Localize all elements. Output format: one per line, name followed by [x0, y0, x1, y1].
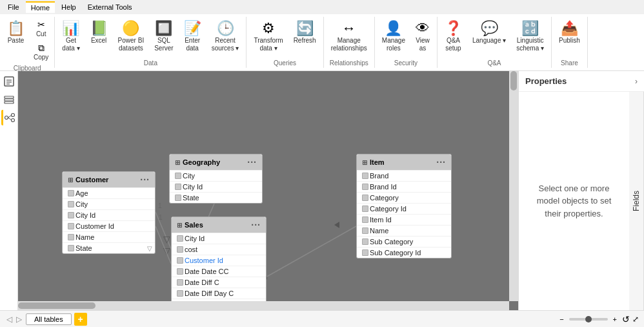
- sql-button[interactable]: 🔲 SQLServer: [150, 18, 177, 56]
- publish-icon: 📤: [561, 21, 578, 36]
- ribbon: 📋 Paste ✂ Cut ⧉ Copy Clipboard: [0, 14, 644, 71]
- table-row[interactable]: Customer Id: [63, 220, 155, 231]
- nav-left-icon[interactable]: ◁: [5, 315, 14, 324]
- zoom-plus-button[interactable]: +: [610, 315, 619, 323]
- svg-text:1: 1: [158, 202, 162, 209]
- publish-label: Publish: [559, 37, 580, 45]
- linguistic-label: Linguisticschema ▾: [516, 37, 544, 52]
- menu-home[interactable]: Home: [26, 1, 55, 13]
- menu-file[interactable]: File: [3, 2, 25, 12]
- manage-roles-button[interactable]: 👤 Manageroles: [377, 18, 410, 56]
- table-row[interactable]: Date Diff Day C: [172, 288, 266, 299]
- paste-button[interactable]: 📋 Paste: [3, 18, 29, 48]
- table-row[interactable]: cost: [172, 244, 266, 255]
- fields-tab[interactable]: Fields: [629, 92, 644, 310]
- sidebar-data-icon[interactable]: [1, 92, 17, 107]
- geography-table-header[interactable]: ⊞ Geography ···: [170, 154, 262, 170]
- view-as-button[interactable]: 👁 Viewas: [411, 18, 434, 56]
- all-tables-tab[interactable]: All tables: [26, 313, 72, 325]
- table-row[interactable]: Age: [63, 187, 155, 198]
- canvas-vertical-scrollbar[interactable]: [509, 71, 518, 301]
- geography-table: ⊞ Geography ··· City City Id State: [169, 154, 263, 204]
- excel-button[interactable]: 📗 Excel: [86, 18, 112, 48]
- table-row[interactable]: Brand: [357, 170, 451, 181]
- geography-more-button[interactable]: ···: [247, 157, 257, 167]
- relationships-buttons: ↔ Managerelationships: [327, 18, 372, 58]
- language-button[interactable]: 💬 Language ▾: [468, 18, 510, 48]
- add-table-button[interactable]: +: [74, 313, 87, 326]
- customer-table-header[interactable]: ⊞ Customer ···: [63, 172, 155, 187]
- power-bi-icon: 🟡: [122, 21, 139, 36]
- canvas-area[interactable]: 1 1 ▽ ▽ ⊞ Customer: [18, 71, 518, 310]
- canvas-horizontal-scrollbar[interactable]: [18, 301, 509, 310]
- cut-button[interactable]: ✂ Cut: [30, 18, 52, 40]
- nav-right-icon[interactable]: ▷: [15, 315, 23, 324]
- table-row[interactable]: City: [170, 170, 262, 181]
- menu-help[interactable]: Help: [56, 2, 81, 12]
- svg-point-8: [12, 114, 15, 117]
- table-row[interactable]: City Id: [63, 209, 155, 220]
- table-row[interactable]: State: [170, 192, 262, 203]
- language-label: Language ▾: [472, 37, 506, 45]
- properties-chevron-icon[interactable]: ›: [635, 77, 638, 86]
- refresh-button[interactable]: 🔄 Refresh: [289, 18, 321, 48]
- ribbon-group-qa: ❓ Q&Asetup 💬 Language ▾ 🔡 Linguisticsche…: [438, 17, 552, 68]
- svg-point-7: [5, 116, 8, 120]
- recent-sources-button[interactable]: 🕒 Recentsources ▾: [207, 18, 244, 56]
- share-label: Share: [561, 58, 578, 67]
- table-row[interactable]: City: [63, 198, 155, 209]
- table-row[interactable]: Name: [63, 231, 155, 242]
- ribbon-group-relationships: ↔ Managerelationships Relationships: [324, 17, 375, 68]
- sidebar-report-icon[interactable]: [1, 74, 17, 89]
- refresh-view-button[interactable]: ↺: [622, 314, 630, 324]
- vscroll-thumb[interactable]: [510, 71, 517, 90]
- power-bi-button[interactable]: 🟡 Power BIdatasets: [114, 18, 149, 56]
- qa-setup-button[interactable]: ❓ Q&Asetup: [440, 18, 467, 56]
- copy-label: Copy: [34, 54, 48, 61]
- item-table-title: Item: [370, 158, 385, 166]
- table-row[interactable]: Sub Category: [357, 236, 451, 247]
- table-row[interactable]: City Id: [172, 233, 266, 244]
- table-row[interactable]: Category: [357, 192, 451, 203]
- hscroll-thumb[interactable]: [18, 302, 96, 309]
- svg-text:1: 1: [159, 214, 163, 221]
- table-row[interactable]: Brand Id: [357, 181, 451, 192]
- table-row[interactable]: Name: [357, 225, 451, 236]
- get-data-button[interactable]: 📊 Getdata ▾: [57, 18, 84, 56]
- sql-label: SQLServer: [154, 37, 173, 52]
- sales-more-button[interactable]: ···: [251, 220, 261, 230]
- svg-line-18: [265, 226, 356, 278]
- table-row[interactable]: Category Id: [357, 203, 451, 214]
- customer-more-button[interactable]: ···: [140, 174, 150, 185]
- menu-external-tools[interactable]: External Tools: [83, 2, 137, 12]
- table-row[interactable]: State ▽: [63, 242, 155, 253]
- get-data-icon: 📊: [62, 21, 79, 36]
- publish-button[interactable]: 📤 Publish: [554, 18, 585, 48]
- zoom-slider[interactable]: [569, 318, 608, 321]
- refresh-icon: 🔄: [296, 21, 314, 36]
- sidebar-relationship-icon[interactable]: [1, 110, 17, 125]
- table-row[interactable]: Date Date CC: [172, 266, 266, 277]
- svg-rect-4: [5, 96, 14, 98]
- transform-button[interactable]: ⚙ Transformdata ▾: [249, 18, 287, 56]
- content-wrapper: 1 1 ▽ ▽ ⊞ Customer: [0, 71, 644, 310]
- expand-view-button[interactable]: ⤢: [632, 315, 639, 324]
- manage-relationships-button[interactable]: ↔ Managerelationships: [327, 18, 372, 56]
- zoom-minus-button[interactable]: −: [557, 315, 566, 323]
- security-buttons: 👤 Manageroles 👁 Viewas: [377, 18, 434, 58]
- table-row[interactable]: Sub Category Id: [357, 247, 451, 258]
- sales-table-header[interactable]: ⊞ Sales ···: [172, 217, 266, 233]
- cut-icon: ✂: [37, 20, 45, 29]
- item-more-button[interactable]: ···: [436, 157, 446, 167]
- table-row[interactable]: City Id: [170, 181, 262, 192]
- linguistic-button[interactable]: 🔡 Linguisticschema ▾: [512, 18, 548, 56]
- refresh-label: Refresh: [294, 37, 316, 45]
- table-row[interactable]: Customer Id: [172, 255, 266, 266]
- copy-button[interactable]: ⧉ Copy: [30, 41, 52, 63]
- zoom-thumb[interactable]: [585, 316, 592, 322]
- ribbon-group-data: 📊 Getdata ▾ 📗 Excel 🟡 Power BIdatasets 🔲…: [55, 17, 247, 68]
- enter-data-button[interactable]: 📝 Enterdata: [179, 18, 206, 56]
- table-row[interactable]: Item Id: [357, 214, 451, 225]
- item-table-header[interactable]: ⊞ Item ···: [357, 154, 451, 170]
- table-row[interactable]: Date Diff C: [172, 277, 266, 288]
